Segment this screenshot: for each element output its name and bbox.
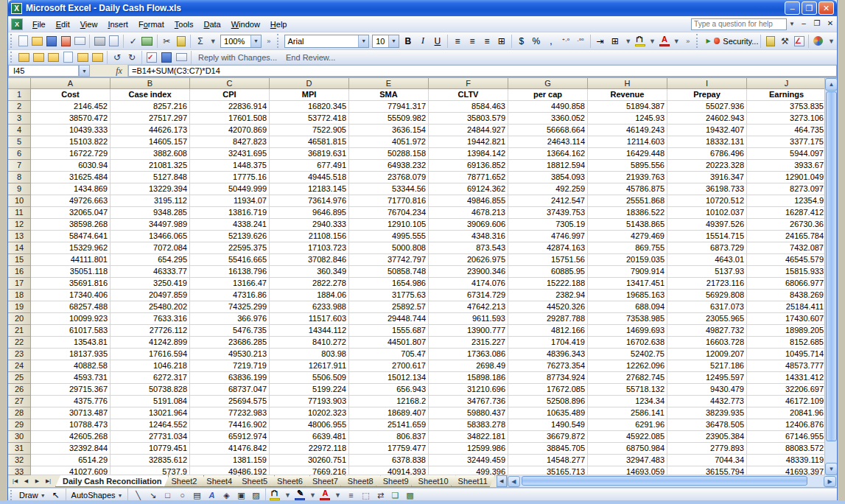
cell[interactable]: 8152.685 [747,337,827,349]
column-header-F[interactable]: F [429,78,508,89]
update-file-icon[interactable]: ↺ [111,51,124,64]
cell[interactable]: 3377.175 [747,136,827,148]
cell[interactable]: 55027.936 [667,101,747,113]
cell[interactable]: 24643.114 [508,136,588,148]
cell[interactable]: per cap [508,89,588,101]
cell[interactable]: 360.349 [270,266,349,278]
cell[interactable]: 45786.875 [588,183,667,195]
cell[interactable]: 36819.631 [270,148,349,160]
autoshapes-menu-button[interactable]: AutoShapes▼ [69,491,126,500]
cell[interactable]: 4678.213 [429,207,508,219]
column-header-C[interactable]: C [190,78,270,89]
cell[interactable]: 15329.962 [31,242,111,254]
cell[interactable]: 12406.876 [747,419,827,431]
cell[interactable]: 5476.735 [190,325,270,337]
show-comment-icon[interactable] [91,51,104,64]
new-icon[interactable] [17,35,29,48]
cell[interactable]: 4746.997 [508,231,588,242]
cell[interactable]: 20223.328 [667,160,747,172]
cell[interactable]: 18689.407 [349,407,429,419]
row-header-29[interactable]: 29 [8,419,31,431]
row-header-24[interactable]: 24 [8,360,31,372]
cell[interactable]: 17775.16 [190,172,270,183]
cell[interactable]: 46333.77 [111,266,190,278]
cell[interactable]: 15815.933 [747,266,827,278]
cell[interactable]: 21081.325 [111,160,190,172]
cell[interactable]: 464.735 [747,125,827,136]
cell[interactable]: 55509.982 [349,113,429,125]
open-icon[interactable] [31,35,43,48]
cell[interactable]: 41476.842 [190,443,270,455]
cell[interactable]: 9348.285 [111,207,190,219]
cell[interactable]: 49726.663 [31,195,111,207]
cell[interactable]: 56929.808 [667,290,747,301]
menu-item-data[interactable]: Data [198,18,225,31]
restore-button[interactable]: ❐ [802,1,817,15]
cell[interactable]: 6639.481 [270,431,349,443]
minimize-button[interactable]: – [785,1,800,15]
scroll-right-icon[interactable]: ▶ [824,476,836,487]
cell[interactable]: 24602.943 [667,113,747,125]
cell[interactable]: 803.98 [270,349,349,360]
cell[interactable]: 688.094 [588,301,667,313]
cell[interactable]: 38239.935 [667,407,747,419]
cell[interactable]: 40914.393 [349,466,429,475]
cell[interactable]: 64938.232 [349,160,429,172]
row-header-31[interactable]: 31 [8,443,31,455]
cell[interactable]: 16702.638 [588,337,667,349]
cell[interactable]: 36679.872 [508,431,588,443]
autosum-icon[interactable]: Σ [194,35,206,48]
cell[interactable]: 12168.2 [349,396,429,407]
cell[interactable]: 65912.974 [190,431,270,443]
cell[interactable]: 68750.984 [588,443,667,455]
cell[interactable]: 1245.93 [588,113,667,125]
cell[interactable]: 32206.697 [747,384,827,396]
cell[interactable]: 2382.94 [508,290,588,301]
horizontal-scroll-thumb[interactable] [522,476,807,486]
cell[interactable]: 14548.277 [508,455,588,466]
cell[interactable]: 15222.188 [508,278,588,290]
cell[interactable]: 31210.696 [429,384,508,396]
spelling-icon[interactable]: ✓ [127,35,139,48]
cell[interactable]: 23768.079 [349,172,429,183]
office-logo-icon[interactable] [812,35,824,48]
cell[interactable]: 18137.935 [31,349,111,360]
cell[interactable]: 21939.763 [588,172,667,183]
cell[interactable]: 77941.317 [349,101,429,113]
cell[interactable]: 13021.964 [111,407,190,419]
cell[interactable]: 51894.387 [588,101,667,113]
cell[interactable]: 30713.487 [31,407,111,419]
cell[interactable]: 10102.037 [667,207,747,219]
font-size-combo[interactable]: 10 ▼ [372,35,399,48]
cell[interactable]: 1884.06 [270,290,349,301]
cell[interactable]: 4279.469 [588,231,667,242]
fill-color-icon[interactable]: ⛫ [634,35,646,48]
cell[interactable]: 23905.384 [667,431,747,443]
column-header-G[interactable]: G [508,78,588,89]
cell[interactable]: 11934.07 [190,195,270,207]
visual-basic-icon[interactable] [764,35,776,48]
cell[interactable]: 3273.106 [747,113,827,125]
end-review-button[interactable]: End Review... [286,53,335,62]
cell[interactable]: 12464.552 [111,419,190,431]
cell[interactable]: 34822.181 [429,431,508,443]
cell[interactable]: 37082.846 [270,254,349,266]
cell[interactable]: Earnings [747,89,827,101]
cell[interactable]: 7305.19 [508,219,588,231]
cell[interactable]: 22972.118 [270,443,349,455]
cell[interactable]: 35051.118 [31,266,111,278]
font-name-combo[interactable]: Arial ▼ [284,35,370,48]
cell[interactable]: 46172.109 [747,396,827,407]
cell[interactable]: 23055.965 [667,313,747,325]
cell[interactable]: 2940.333 [270,219,349,231]
cell[interactable]: 35691.816 [31,278,111,290]
cell[interactable]: 18332.131 [667,136,747,148]
vertical-scroll-thumb[interactable] [826,91,837,441]
cell[interactable]: 2822.278 [270,278,349,290]
cell[interactable]: 7633.316 [111,313,190,325]
cell[interactable]: 4174.076 [429,278,508,290]
cell[interactable]: 49445.518 [270,172,349,183]
cell[interactable]: 55416.665 [190,254,270,266]
name-box[interactable]: I45 [8,65,79,77]
cell[interactable]: 49827.732 [667,325,747,337]
